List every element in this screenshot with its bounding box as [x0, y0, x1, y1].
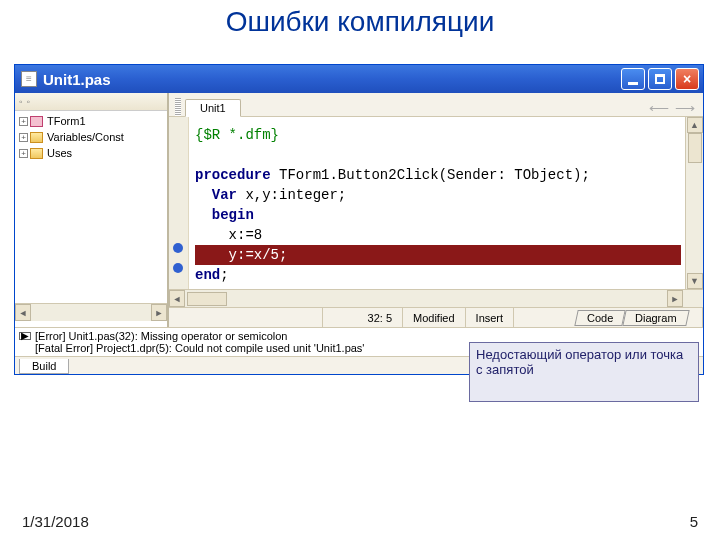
tab-grip-icon[interactable]	[175, 98, 181, 116]
close-button[interactable]: ×	[675, 68, 699, 90]
tree-expand-icon[interactable]: ◦	[27, 97, 31, 107]
status-position: 32: 5	[323, 308, 403, 327]
tab-build[interactable]: Build	[19, 359, 69, 374]
slide-title: Ошибки компиляции	[0, 0, 720, 46]
fold-marker-icon[interactable]	[173, 243, 183, 253]
directive-text: {$R *.dfm}	[195, 127, 279, 143]
tree-item[interactable]: + TForm1	[17, 113, 165, 129]
fold-marker-icon[interactable]	[173, 263, 183, 273]
marker-icon: ▶	[19, 332, 31, 340]
tooltip-callout: Недостающий оператор или точка с запятой	[469, 342, 699, 402]
tree-collapse-icon[interactable]: ◦	[19, 97, 23, 107]
structure-hscroll[interactable]: ◄ ►	[15, 303, 167, 321]
editor-vscroll[interactable]: ▲ ▼	[685, 117, 703, 289]
tree-label: Uses	[47, 147, 72, 159]
nav-forward-icon[interactable]: ⟶	[675, 100, 695, 116]
code-editor[interactable]: {$R *.dfm} procedure TForm1.Button2Click…	[169, 117, 703, 289]
expand-icon[interactable]: +	[19, 117, 28, 126]
window-title: Unit1.pas	[43, 71, 621, 88]
proc-signature: TForm1.Button2Click(Sender: TObject);	[271, 167, 590, 183]
semicolon: ;	[220, 267, 228, 283]
form-icon	[30, 116, 43, 127]
tree-item[interactable]: + Uses	[17, 145, 165, 161]
keyword-end: end	[195, 267, 220, 283]
status-modified: Modified	[403, 308, 466, 327]
folder-icon	[30, 132, 43, 143]
tree-label: TForm1	[47, 115, 86, 127]
structure-pane: ◦ ◦ + TForm1 + Variables/Const + Uses	[15, 93, 169, 327]
code-line: x:=8	[195, 227, 262, 243]
minimize-button[interactable]	[621, 68, 645, 90]
slide-date: 1/31/2018	[22, 513, 89, 530]
scroll-thumb[interactable]	[688, 133, 702, 163]
tree-item[interactable]: + Variables/Const	[17, 129, 165, 145]
document-icon: ≡	[21, 71, 37, 87]
scroll-right-button[interactable]: ►	[151, 304, 167, 321]
structure-toolbar: ◦ ◦	[15, 93, 167, 111]
tab-unit1[interactable]: Unit1	[185, 99, 241, 117]
tree-label: Variables/Const	[47, 131, 124, 143]
keyword-var: Var	[195, 187, 237, 203]
maximize-button[interactable]	[648, 68, 672, 90]
titlebar[interactable]: ≡ Unit1.pas ×	[15, 65, 703, 93]
keyword-begin: begin	[195, 207, 254, 223]
nav-back-icon[interactable]: ⟵	[649, 100, 669, 116]
tab-diagram[interactable]: Diagram	[623, 310, 690, 326]
expand-icon[interactable]: +	[19, 149, 28, 158]
scroll-left-button[interactable]: ◄	[15, 304, 31, 321]
code-text[interactable]: {$R *.dfm} procedure TForm1.Button2Click…	[189, 117, 685, 289]
folder-icon	[30, 148, 43, 159]
error-highlight-line: y:=x/5;	[195, 245, 681, 265]
structure-tree[interactable]: + TForm1 + Variables/Const + Uses	[15, 111, 167, 163]
scroll-thumb[interactable]	[187, 292, 227, 306]
expand-icon[interactable]: +	[19, 133, 28, 142]
status-insert: Insert	[466, 308, 515, 327]
scroll-left-button[interactable]: ◄	[169, 290, 185, 307]
editor-tabs: Unit1 ⟵ ⟶	[169, 93, 703, 117]
ide-window: ≡ Unit1.pas × ◦ ◦ + TForm1 +	[14, 64, 704, 375]
var-decl: x,y:integer;	[237, 187, 346, 203]
slide-page-number: 5	[690, 513, 698, 530]
scroll-up-button[interactable]: ▲	[687, 117, 703, 133]
messages-pane[interactable]: ▶ [Error] Unit1.pas(32): Missing operato…	[15, 327, 703, 356]
fatal-error-message: [Fatal Error] Project1.dpr(5): Could not…	[35, 342, 364, 354]
scroll-right-button[interactable]: ►	[667, 290, 683, 307]
status-bar: 32: 5 Modified Insert Code Diagram	[169, 307, 703, 327]
editor-gutter[interactable]	[169, 117, 189, 289]
editor-hscroll[interactable]: ◄ ►	[169, 289, 703, 307]
scroll-down-button[interactable]: ▼	[687, 273, 703, 289]
tab-code[interactable]: Code	[574, 310, 626, 326]
editor-pane: Unit1 ⟵ ⟶ {$R *.dfm} procedure TForm1.Bu…	[169, 93, 703, 327]
error-message: [Error] Unit1.pas(32): Missing operator …	[35, 330, 364, 342]
keyword-procedure: procedure	[195, 167, 271, 183]
